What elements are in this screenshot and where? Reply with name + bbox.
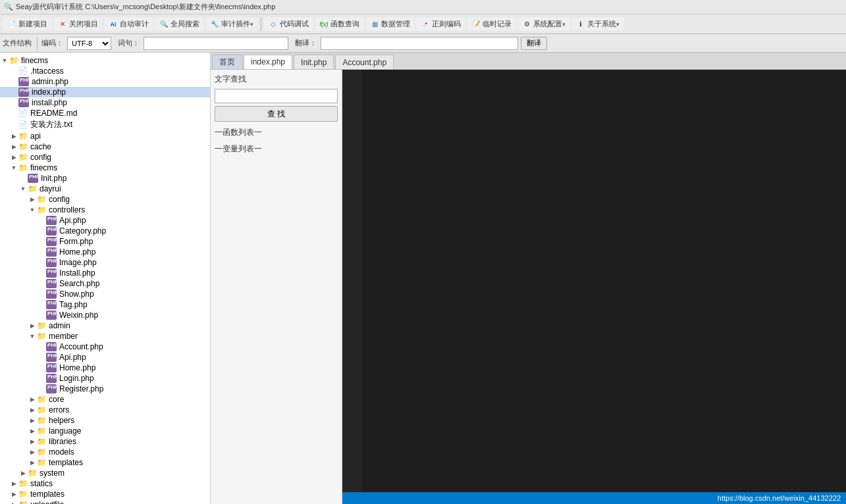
tree-item-api-php2[interactable]: PHP Api.php (0, 352, 210, 363)
tree-item-dayrui[interactable]: ▼ 📁 dayrui (0, 184, 210, 194)
tree-label: Account.php (59, 342, 103, 351)
secondary-toolbar: 文件结构 编码： UTF-8 GBK GB2312 词句： 翻译： 翻译 (0, 34, 846, 53)
keyword-input[interactable] (144, 37, 288, 50)
tab-init-php[interactable]: Init.php (294, 55, 334, 69)
tree-item-cache[interactable]: ▶ 📁 cache (0, 141, 210, 152)
temp-record-button[interactable]: 📝 临时记录 (467, 17, 516, 31)
close-project-button[interactable]: ✕ 关闭项目 (53, 17, 103, 31)
code-content[interactable] (362, 70, 846, 492)
right-panel: 首页 index.php Init.php Account.php 文字查找 查… (211, 53, 846, 504)
tree-item-language[interactable]: ▶ 📁 language (0, 426, 210, 436)
php-icon: PHP (46, 279, 57, 288)
new-project-icon: 📄 (7, 20, 16, 29)
tree-item-tag-php[interactable]: PHP Tag.php (0, 299, 210, 310)
tree-label: Install.php (59, 268, 95, 278)
search-button[interactable]: 查 找 (215, 106, 338, 122)
file-icon: 📄 (18, 66, 29, 76)
translate-input[interactable] (321, 37, 518, 50)
tree-item-install-txt[interactable]: 📄 安装方法.txt (0, 118, 210, 131)
about-button[interactable]: ℹ 关于系统 ▾ (571, 17, 624, 31)
folder-icon: 📁 (37, 437, 47, 446)
tree-item-statics[interactable]: ▶ 📁 statics (0, 478, 210, 489)
tree-item-search-php[interactable]: PHP Search.php (0, 278, 210, 289)
tree-item-templates-sub[interactable]: ▶ 📁 templates (0, 457, 210, 468)
auto-audit-button[interactable]: Ai 自动审计 (104, 17, 153, 31)
tree-item-index-php[interactable]: PHP index.php (0, 87, 210, 97)
tree-item-api[interactable]: ▶ 📁 api (0, 131, 210, 141)
tab-home[interactable]: 首页 (212, 55, 242, 69)
tree-item-category-php[interactable]: PHP Category.php (0, 226, 210, 236)
tree-item-readme[interactable]: 📄 README.md (0, 108, 210, 118)
toggle-icon: ▼ (0, 57, 9, 64)
tree-item-form-php[interactable]: PHP Form.php (0, 236, 210, 247)
tab-index-php[interactable]: index.php (244, 55, 292, 69)
folder-icon: 📁 (37, 395, 47, 404)
tree-item-system[interactable]: ▶ 📁 system (0, 468, 210, 478)
tree-label: Weixin.php (59, 311, 98, 320)
php-icon: PHP (46, 290, 57, 299)
tree-item-finecms-sub[interactable]: ▼ 📁 finecms (0, 163, 210, 173)
code-editor[interactable] (342, 70, 846, 492)
data-mgmt-button[interactable]: ▦ 数据管理 (365, 17, 415, 31)
tree-item-models[interactable]: ▶ 📁 models (0, 447, 210, 457)
tree-item-member-folder[interactable]: ▼ 📁 member (0, 331, 210, 341)
file-tree[interactable]: ▼ 📁 finecms 📄 .htaccess PHP admin.php PH… (0, 53, 211, 504)
tree-item-admin-php[interactable]: PHP admin.php (0, 76, 210, 87)
tree-item-uploadfile[interactable]: ▶ 📁 uploadfile (0, 499, 210, 504)
code-debug-button[interactable]: ◇ 代码调试 (264, 17, 313, 31)
tree-item-image-php[interactable]: PHP Image.php (0, 257, 210, 268)
php-icon: PHP (46, 384, 57, 393)
tree-item-libraries[interactable]: ▶ 📁 libraries (0, 436, 210, 447)
tree-item-home-php2[interactable]: PHP Home.php (0, 363, 210, 373)
tree-item-install-php[interactable]: PHP install.php (0, 97, 210, 108)
tree-item-config[interactable]: ▶ 📁 config (0, 152, 210, 163)
search-icon: 🔍 (159, 20, 169, 29)
sys-config-button[interactable]: ⚙ 系统配置 ▾ (517, 17, 570, 31)
tree-item-weixin-php[interactable]: PHP Weixin.php (0, 310, 210, 320)
tree-item-htaccess[interactable]: 📄 .htaccess (0, 66, 210, 76)
tree-label: Form.php (59, 237, 93, 246)
tree-item-init-php[interactable]: PHP Init.php (0, 173, 210, 184)
encoding-select[interactable]: UTF-8 GBK GB2312 (67, 37, 111, 50)
php-icon: PHP (18, 88, 29, 97)
tree-item-admin-folder[interactable]: ▶ 📁 admin (0, 320, 210, 331)
tree-item-install-php2[interactable]: PHP Install.php (0, 268, 210, 278)
tree-item-finecms-root[interactable]: ▼ 📁 finecms (0, 55, 210, 66)
func-query-button[interactable]: f(x) 函数查询 (315, 17, 364, 31)
new-project-button[interactable]: 📄 新建项目 (3, 17, 52, 31)
tree-item-login-php[interactable]: PHP Login.php (0, 373, 210, 384)
regex-button[interactable]: .* 正则编码 (416, 17, 465, 31)
tree-item-show-php[interactable]: PHP Show.php (0, 289, 210, 299)
tree-item-home-php[interactable]: PHP Home.php (0, 247, 210, 257)
tab-account-php[interactable]: Account.php (335, 55, 394, 69)
search-panel: 文字查找 查 找 一函数列表一 一变量列表一 (211, 70, 342, 504)
audit-plugin-button[interactable]: 🔧 审计插件 ▾ (205, 17, 258, 31)
tree-item-templates-root[interactable]: ▶ 📁 templates (0, 489, 210, 499)
folder-icon: 📁 (18, 142, 29, 151)
search-title: 文字查找 (215, 74, 338, 85)
translate-button[interactable]: 翻译 (521, 37, 547, 50)
folder-icon: 📁 (18, 163, 29, 172)
folder-icon: 📁 (9, 56, 20, 65)
full-search-button[interactable]: 🔍 全局搜索 (155, 17, 204, 31)
tree-item-core[interactable]: ▶ 📁 core (0, 394, 210, 405)
ai-icon: Ai (109, 20, 118, 29)
search-input[interactable] (215, 89, 338, 103)
tree-item-errors[interactable]: ▶ 📁 errors (0, 405, 210, 415)
tree-label: statics (30, 479, 53, 488)
tree-item-config-sub[interactable]: ▶ 📁 config (0, 194, 210, 205)
tree-root: ▼ 📁 finecms 📄 .htaccess PHP admin.php PH… (0, 53, 210, 504)
tree-label: Category.php (59, 226, 106, 236)
folder-icon: 📁 (37, 447, 47, 457)
var-list-section[interactable]: 一变量列表一 (215, 143, 338, 155)
tree-item-controllers[interactable]: ▼ 📁 controllers (0, 205, 210, 215)
php-icon: PHP (46, 342, 57, 351)
folder-icon: 📁 (18, 479, 29, 488)
tree-item-account-php2[interactable]: PHP Account.php (0, 341, 210, 352)
tree-item-register-php[interactable]: PHP Register.php (0, 384, 210, 394)
tree-item-helpers[interactable]: ▶ 📁 helpers (0, 415, 210, 426)
tree-item-api-php[interactable]: PHP Api.php (0, 215, 210, 226)
func-list-section[interactable]: 一函数列表一 (215, 127, 338, 138)
php-icon: PHP (46, 363, 57, 372)
folder-icon: 📁 (37, 321, 47, 330)
